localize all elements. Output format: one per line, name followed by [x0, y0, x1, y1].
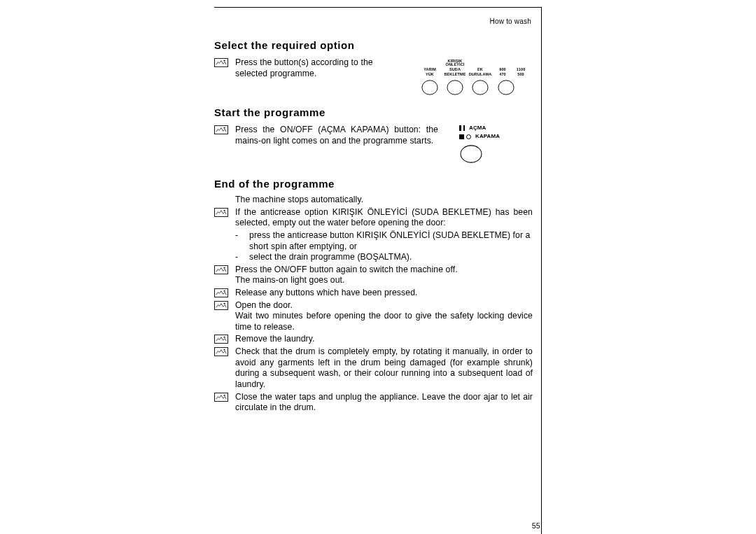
section3-item7: Close the water taps and unplug the appl… [235, 392, 533, 414]
svg-point-14 [223, 290, 225, 292]
svg-rect-11 [214, 265, 227, 274]
hand-icon [214, 265, 235, 286]
kapama-row: KAPAMA [459, 133, 500, 140]
opt2-line2: BEKLETME [444, 73, 465, 77]
acma-label: AÇMA [469, 125, 486, 132]
option-buttons-panel: YARIM YÜK KIRIŞIK ÖNLEYİCİ SUDA BEKLETME [414, 56, 533, 96]
svg-point-2 [422, 80, 438, 94]
section3-item4: Open the door. Wait two minutes before o… [235, 300, 533, 333]
page-number: 55 [532, 521, 540, 530]
opt1-line2: YÜK [426, 73, 434, 77]
svg-rect-13 [214, 289, 227, 297]
svg-rect-17 [214, 335, 227, 344]
section2-item1: Press the ON/OFF (AÇMA KAPAMA) button: t… [235, 125, 438, 146]
svg-point-1 [223, 60, 225, 62]
opt2-top: KIRIŞIK ÖNLEYİCİ [446, 57, 465, 67]
content-body: Select the required option Press the but… [214, 38, 533, 414]
svg-rect-19 [214, 348, 227, 356]
option-button-1[interactable] [421, 79, 438, 96]
svg-point-5 [498, 80, 514, 94]
svg-point-18 [223, 337, 225, 338]
onoff-panel: AÇMA KAPAMA [445, 123, 533, 167]
svg-point-8 [461, 146, 482, 162]
opt3-line2: DURULAMA [469, 73, 492, 77]
hand-icon [214, 346, 235, 390]
hand-icon [214, 207, 235, 229]
section-header: How to wash [490, 17, 531, 25]
svg-point-22 [223, 394, 225, 395]
kapama-label: KAPAMA [475, 133, 500, 140]
section3-item3: Release any buttons which have been pres… [235, 288, 533, 299]
heading-select-option: Select the required option [214, 38, 533, 52]
hand-icon [214, 392, 235, 414]
section3-item2a: Press the ON/OFF button again to switch … [235, 265, 533, 286]
svg-rect-21 [214, 393, 227, 401]
svg-point-16 [223, 302, 225, 304]
hand-icon [214, 288, 235, 299]
section3-item5: Remove the laundry. [235, 334, 533, 345]
option-button-2[interactable] [447, 79, 463, 96]
svg-point-10 [223, 209, 225, 211]
acma-row: AÇMA [459, 125, 486, 132]
opt5-line2: 500 [517, 73, 524, 77]
svg-point-12 [223, 267, 225, 269]
svg-point-3 [447, 80, 463, 94]
svg-rect-9 [214, 208, 227, 216]
svg-point-7 [223, 127, 225, 129]
svg-rect-0 [214, 59, 227, 67]
section3-sub1: press the anticrease button KIRIŞIK ÖNLE… [249, 230, 533, 252]
opt4-line2: 470 [499, 73, 505, 77]
section1-item1: Press the button(s) according to the sel… [235, 57, 407, 79]
option-button-3[interactable] [472, 79, 489, 96]
hand-icon [214, 334, 235, 345]
svg-point-4 [472, 80, 488, 94]
section1-row: Press the button(s) according to the sel… [214, 56, 533, 96]
svg-rect-6 [214, 125, 227, 134]
hand-icon [214, 300, 235, 333]
svg-point-20 [223, 349, 225, 351]
hand-icon [214, 125, 235, 146]
svg-rect-15 [214, 301, 227, 309]
heading-end-programme: End of the programme [214, 177, 533, 190]
onoff-button[interactable] [459, 144, 483, 167]
page: How to wash Select the required option [0, 0, 756, 534]
heading-start-programme: Start the programme [214, 106, 533, 119]
section3-item1: If the anticrease option KIRIŞIK ÖNLEYİC… [235, 207, 533, 229]
section2-row: Press the ON/OFF (AÇMA KAPAMA) button: t… [214, 123, 533, 167]
content-frame: How to wash Select the required option [214, 7, 542, 534]
section3-item6: Check that the drum is completely empty,… [235, 346, 533, 390]
section3-sub2: select the drain programme (BOŞALTMA). [249, 252, 533, 263]
section3-intro: The machine stops automatically. [235, 195, 533, 206]
hand-icon [214, 57, 235, 79]
